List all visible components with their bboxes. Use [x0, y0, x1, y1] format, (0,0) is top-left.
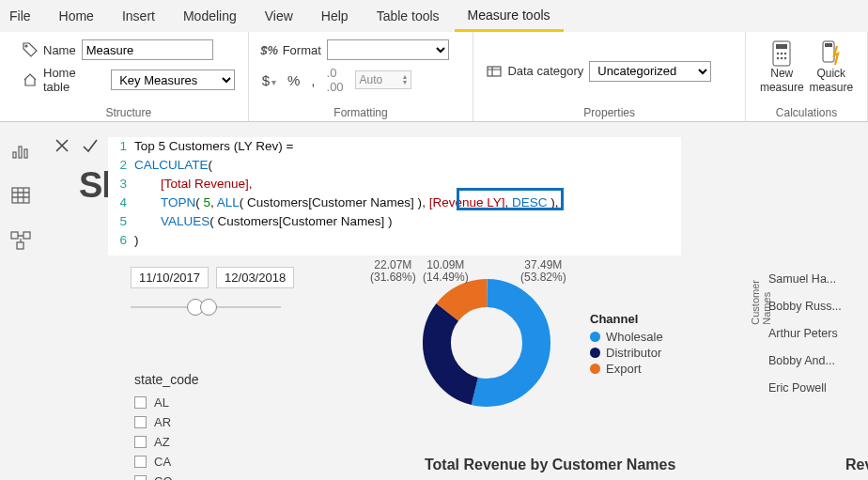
quick-measure-icon [820, 39, 843, 66]
tutorial-highlight [457, 188, 564, 210]
auto-decimals-stepper[interactable]: Auto▴▾ [355, 70, 411, 89]
legend-item[interactable]: Export [590, 362, 663, 376]
customer-bar-categories: Samuel Ha... Bobby Russ... Arthur Peters… [768, 265, 842, 401]
group-label-structure: Structure [23, 106, 235, 119]
formula-editor[interactable]: 1Top 5 Customers (LY Rev) = 2CALCULATE( … [108, 137, 681, 255]
donut-label-distributor: 22.07M(31.68%) [370, 259, 416, 284]
format-icon: $% [262, 42, 277, 57]
view-switcher [0, 122, 41, 479]
format-select[interactable] [327, 39, 449, 60]
percent-button[interactable]: % [287, 72, 300, 88]
svg-point-4 [777, 53, 779, 54]
svg-rect-1 [488, 67, 501, 76]
formula-cancel-button[interactable] [52, 135, 72, 156]
state-option[interactable]: CO [134, 472, 199, 480]
donut-label-export: 10.09M(14.49%) [423, 259, 469, 284]
ribbon-group-calculations: New measure Quick measure Calculations [746, 32, 868, 121]
group-label-properties: Properties [487, 106, 732, 119]
data-category-icon [487, 64, 502, 79]
group-label-formatting: Formatting [262, 106, 460, 119]
bar-category[interactable]: Bobby And... [768, 347, 842, 374]
state-slicer-title: state_code [134, 372, 199, 387]
svg-point-5 [781, 53, 783, 54]
cutoff-title: Rev [845, 457, 868, 473]
tag-icon [23, 42, 38, 57]
ribbon-group-formatting: $% Format $ % , .0.00 Auto▴▾ Formatting [249, 32, 474, 121]
group-label-calculations: Calculations [759, 106, 854, 119]
new-measure-button[interactable]: New measure [759, 39, 805, 94]
channel-legend: Channel Wholesale Distributor Export [590, 312, 663, 378]
date-slicer[interactable]: 11/10/2017 12/03/2018 [131, 267, 294, 288]
report-view-button[interactable] [9, 139, 32, 162]
tab-measure-tools[interactable]: Measure tools [455, 0, 564, 32]
thousands-button[interactable]: , [311, 72, 315, 88]
svg-point-6 [784, 53, 786, 54]
state-option[interactable]: CA [134, 452, 199, 472]
calculator-icon [770, 39, 793, 66]
home-table-select[interactable]: Key Measures [111, 70, 234, 90]
svg-rect-3 [776, 44, 787, 49]
legend-item[interactable]: Distributor [590, 346, 663, 360]
legend-title: Channel [590, 312, 663, 326]
quick-measure-button[interactable]: Quick measure [809, 39, 855, 94]
formula-commit-button[interactable] [80, 135, 101, 156]
state-slicer[interactable]: state_code AL AR AZ CA CO [134, 372, 199, 480]
data-category-label: Data category [507, 64, 583, 78]
legend-item[interactable]: Wholesale [590, 330, 663, 344]
tab-help[interactable]: Help [308, 0, 362, 32]
tab-table-tools[interactable]: Table tools [364, 0, 453, 32]
home-table-label: Home table [43, 66, 105, 94]
svg-rect-18 [17, 242, 23, 249]
channel-donut-chart[interactable] [407, 263, 566, 423]
state-option[interactable]: AR [134, 412, 199, 432]
tab-home[interactable]: Home [46, 0, 107, 32]
svg-rect-12 [13, 152, 16, 158]
name-label: Name [43, 43, 76, 57]
ribbon-group-properties: Data category Uncategorized Properties [473, 32, 746, 121]
decimal-button[interactable]: .0.00 [327, 66, 344, 94]
date-start-input[interactable]: 11/10/2017 [131, 267, 209, 288]
bar-category[interactable]: Eric Powell [768, 374, 842, 401]
bar-category[interactable]: Samuel Ha... [768, 265, 842, 292]
svg-point-8 [781, 57, 783, 59]
format-label: Format [283, 43, 321, 57]
bar-category[interactable]: Arthur Peters [768, 319, 842, 347]
tab-view[interactable]: View [252, 0, 306, 32]
bar-chart-title: Total Revenue by Customer Names [425, 457, 675, 473]
ribbon-group-structure: Name Home table Key Measures Structure [9, 32, 249, 121]
bar-category[interactable]: Bobby Russ... [768, 292, 842, 319]
data-view-button[interactable] [9, 184, 32, 207]
model-view-button[interactable] [9, 229, 32, 252]
svg-rect-11 [825, 43, 832, 47]
data-category-select[interactable]: Uncategorized [589, 61, 711, 82]
svg-point-9 [784, 57, 786, 59]
tab-file[interactable]: File [9, 0, 44, 32]
state-option[interactable]: AL [134, 393, 199, 412]
svg-rect-13 [19, 147, 22, 158]
svg-rect-16 [11, 232, 18, 239]
measure-name-input[interactable] [82, 39, 213, 60]
currency-button[interactable]: $ [262, 72, 276, 88]
donut-label-wholesale: 37.49M(53.82%) [520, 259, 566, 284]
date-end-input[interactable]: 12/03/2018 [216, 267, 294, 288]
ribbon: Name Home table Key Measures Structure $… [0, 32, 868, 122]
date-slider[interactable] [131, 297, 281, 319]
svg-point-0 [25, 45, 27, 47]
svg-rect-17 [23, 232, 30, 239]
tab-insert[interactable]: Insert [109, 0, 168, 32]
tab-modeling[interactable]: Modeling [170, 0, 250, 32]
svg-rect-15 [12, 188, 29, 203]
home-icon [23, 72, 38, 87]
tab-bar: File Home Insert Modeling View Help Tabl… [0, 0, 868, 32]
svg-rect-14 [24, 149, 27, 158]
state-option[interactable]: AZ [134, 432, 199, 452]
svg-point-7 [777, 57, 779, 59]
